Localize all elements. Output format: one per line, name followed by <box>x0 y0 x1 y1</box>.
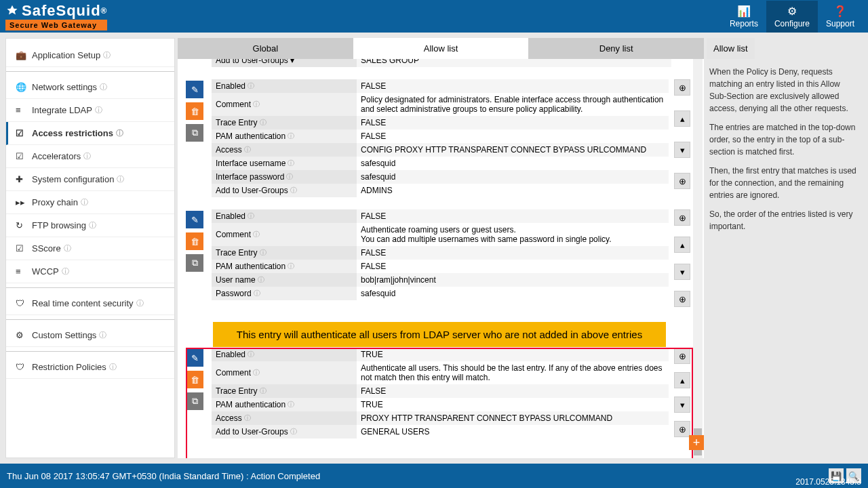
prop-value: SALES GROUP <box>357 59 671 67</box>
nav-label: Support <box>826 19 854 28</box>
info-icon: ⓘ <box>136 298 144 308</box>
prop-value: CONFIG PROXY HTTP TRANSPARENT CONNECT BY… <box>357 143 669 157</box>
prop-label: PAM authentication <box>216 262 285 271</box>
prop-label: Comment <box>216 230 251 239</box>
sidebar-item-access-restrictions[interactable]: ☑Access restrictionsⓘ <box>6 122 174 145</box>
move-top-button[interactable]: ⊕ <box>674 79 690 96</box>
prop-value: FALSE <box>357 116 669 129</box>
prop-label: PAM authentication <box>216 131 285 141</box>
info-icon: ⓘ <box>89 220 96 230</box>
info-icon: ⓘ <box>116 128 123 138</box>
move-down-button[interactable]: ▾ <box>674 142 690 158</box>
help-text: When the Policy is Deny, requests matchi… <box>709 66 857 115</box>
prop-label: Add to User-Groups <box>216 186 288 195</box>
plus-icon: ✚ <box>16 174 26 184</box>
sidebar-label: Custom Settings <box>32 330 96 340</box>
annotation-callout: This entry will authenticate all users f… <box>213 322 666 347</box>
check-icon: ☑ <box>16 151 26 161</box>
help-text: Then, the first entry that matches is us… <box>709 165 857 201</box>
info-icon: ⓘ <box>253 100 260 109</box>
sidebar-item-sscore[interactable]: ☑SScoreⓘ <box>6 237 174 260</box>
move-up-button[interactable]: ▴ <box>674 110 690 127</box>
nav-reports[interactable]: 📊 Reports <box>722 1 766 33</box>
sidebar-item-system[interactable]: ✚System configurationⓘ <box>6 168 174 191</box>
delete-button[interactable]: 🗑 <box>186 102 203 120</box>
brand-name: SafeSquid <box>22 2 101 20</box>
sidebar-item-accelerators[interactable]: ☑Acceleratorsⓘ <box>6 145 174 168</box>
sidebar-item-ldap[interactable]: ≡Integrate LDAPⓘ <box>6 99 174 122</box>
prop-value: Authenticate roaming users or guest user… <box>357 223 669 246</box>
header: SafeSquid® Secure Web Gateway 📊 Reports … <box>0 0 868 33</box>
info-icon: ⓘ <box>258 275 264 285</box>
prop-label: Trace Entry <box>216 248 258 258</box>
check-icon: ☑ <box>16 128 26 138</box>
prop-label: Password <box>216 289 252 298</box>
sidebar-label: Proxy chain <box>32 197 78 207</box>
nav-label: Configure <box>774 19 810 28</box>
entry-admins: ✎ 🗑 ⧉ EnabledⓘFALSE CommentⓘPolicy desig… <box>186 79 693 197</box>
sidebar-label: SScore <box>32 243 61 253</box>
info-icon: ⓘ <box>95 105 102 115</box>
tab-global[interactable]: Global <box>178 38 353 59</box>
sidebar-label: Access restrictions <box>32 128 113 138</box>
prop-label: Add to User-Groups ▾ <box>212 59 357 67</box>
prop-value: bob|ram|john|vincent <box>357 273 669 287</box>
sidebar-label: WCCP <box>32 266 59 277</box>
info-icon: ⓘ <box>260 118 267 127</box>
sidebar-item-custom[interactable]: ⚙Custom Settingsⓘ <box>6 324 174 347</box>
add-entry-button[interactable]: + <box>689 435 704 450</box>
sidebar-item-restriction[interactable]: 🛡Restriction Policiesⓘ <box>6 356 174 379</box>
nav-support[interactable]: ❓ Support <box>818 1 863 33</box>
sidebar-item-application-setup[interactable]: 💼Application Setupⓘ <box>6 44 174 67</box>
copy-button[interactable]: ⧉ <box>186 124 203 142</box>
prop-value: FALSE <box>357 246 669 260</box>
prop-value: safesquid <box>357 157 669 170</box>
version-text: 2017.0525.1345.3 <box>795 477 861 488</box>
nav-configure[interactable]: ⚙ Configure <box>766 1 818 33</box>
prop-label: Access <box>216 145 242 155</box>
briefcase-icon: 💼 <box>16 50 26 60</box>
prop-label: Interface password <box>216 172 284 182</box>
logo[interactable]: SafeSquid® Secure Web Gateway <box>5 2 107 30</box>
copy-button[interactable]: ⧉ <box>186 254 203 272</box>
info-icon: ⓘ <box>290 186 297 195</box>
sidebar-label: Restriction Policies <box>32 362 106 372</box>
help-text: The entries are matched in the top-down … <box>709 121 857 158</box>
move-top-button[interactable]: ⊕ <box>674 209 690 226</box>
info-icon: ⓘ <box>81 197 88 207</box>
info-icon: ⓘ <box>248 211 254 221</box>
tab-deny-list[interactable]: Deny list <box>528 38 704 59</box>
logo-icon <box>5 4 19 18</box>
move-bottom-button[interactable]: ⊕ <box>674 173 690 189</box>
status-text: Thu Jun 08 2017 13:05:47 GMT+0530 (India… <box>7 471 320 481</box>
sidebar-item-wccp[interactable]: ≡WCCPⓘ <box>6 260 174 283</box>
sidebar-label: Application Setup <box>32 50 100 60</box>
sidebar: 💼Application Setupⓘ 🌐Network settingsⓘ ≡… <box>5 38 175 458</box>
shield-icon: 🛡 <box>16 298 26 308</box>
nav-label: Reports <box>730 19 758 28</box>
delete-button[interactable]: 🗑 <box>186 232 203 250</box>
edit-button[interactable]: ✎ <box>186 211 203 228</box>
sidebar-item-proxy-chain[interactable]: ▸▸Proxy chainⓘ <box>6 191 174 214</box>
prop-value: FALSE <box>357 260 669 273</box>
edit-button[interactable]: ✎ <box>186 81 203 98</box>
help-icon: ❓ <box>833 5 847 18</box>
gear-icon: ⚙ <box>787 5 797 18</box>
tab-allow-list[interactable]: Allow list <box>353 38 529 59</box>
help-title: Allow list <box>707 38 755 59</box>
prop-value: safesquid <box>357 287 669 300</box>
scrollbar[interactable] <box>693 59 703 458</box>
move-up-button[interactable]: ▴ <box>674 237 690 253</box>
sidebar-item-ftp[interactable]: ↻FTP browsingⓘ <box>6 214 174 237</box>
move-down-button[interactable]: ▾ <box>674 264 690 280</box>
highlight-annotation <box>186 348 693 458</box>
info-icon: ⓘ <box>117 174 124 184</box>
info-icon: ⓘ <box>244 145 251 155</box>
sidebar-item-network[interactable]: 🌐Network settingsⓘ <box>6 76 174 99</box>
info-icon: ⓘ <box>103 50 111 60</box>
info-icon: ⓘ <box>288 131 294 141</box>
sidebar-item-realtime[interactable]: 🛡Real time content securityⓘ <box>6 292 174 315</box>
info-icon: ⓘ <box>288 159 294 168</box>
tabs: Global Allow list Deny list <box>178 38 704 59</box>
move-bottom-button[interactable]: ⊕ <box>674 291 690 307</box>
